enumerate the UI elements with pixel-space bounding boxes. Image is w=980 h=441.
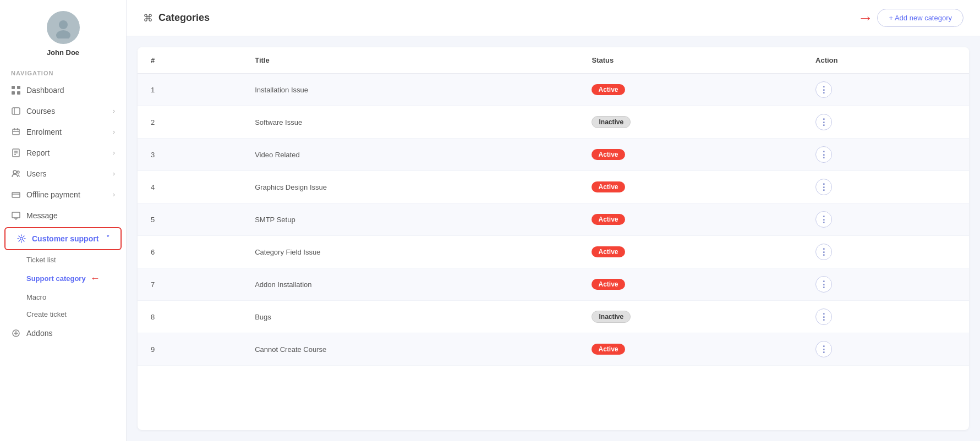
payment-icon — [11, 190, 21, 200]
cell-title: Category Field Issue — [242, 236, 578, 268]
grid-icon — [11, 85, 21, 95]
sidebar-sub-create-ticket[interactable]: Create ticket — [0, 306, 126, 323]
svg-rect-20 — [12, 212, 20, 218]
action-menu-button[interactable]: ⋮ — [815, 114, 832, 130]
col-number: # — [138, 47, 242, 74]
svg-point-17 — [17, 171, 19, 173]
svg-rect-18 — [12, 192, 20, 197]
cell-status: Inactive — [578, 301, 802, 333]
report-icon — [11, 148, 21, 158]
cell-title: Software Issue — [242, 106, 578, 139]
header-left: ⌘ Categories — [143, 12, 210, 24]
status-badge: Inactive — [592, 311, 631, 323]
sidebar-item-enrolment[interactable]: Enrolment › — [0, 122, 126, 142]
cell-action: ⋮ — [802, 171, 969, 203]
cell-action: ⋮ — [802, 139, 969, 171]
sidebar-item-label: Dashboard — [26, 86, 64, 95]
sidebar-item-dashboard[interactable]: Dashboard — [0, 80, 126, 101]
nav-label: NAVIGATION — [0, 67, 126, 80]
chevron-right-icon: › — [113, 149, 115, 157]
cell-title: Graphics Design Issue — [242, 171, 578, 203]
sidebar-item-label: Addons — [26, 329, 52, 338]
table-row: 6Category Field IssueActive⋮ — [138, 236, 969, 268]
action-menu-button[interactable]: ⋮ — [815, 341, 832, 357]
cell-status: Active — [578, 268, 802, 301]
cell-number: 3 — [138, 139, 242, 171]
chevron-right-icon: › — [113, 191, 115, 199]
svg-point-1 — [56, 30, 70, 38]
status-badge: Active — [592, 149, 625, 160]
svg-rect-3 — [17, 86, 20, 89]
cell-title: Cannot Create Course — [242, 333, 578, 366]
sidebar-item-users[interactable]: Users › — [0, 163, 126, 184]
user-avatar-icon — [52, 16, 74, 38]
action-menu-button[interactable]: ⋮ — [815, 308, 832, 325]
svg-rect-5 — [17, 91, 20, 95]
action-menu-button[interactable]: ⋮ — [815, 146, 832, 163]
categories-table: # Title Status Action 1Installation Issu… — [138, 47, 969, 366]
chevron-right-icon: › — [113, 107, 115, 115]
action-menu-button[interactable]: ⋮ — [815, 276, 832, 293]
cell-title: Bugs — [242, 301, 578, 333]
add-new-category-button[interactable]: + Add new category — [877, 9, 963, 27]
cell-title: Addon Installation — [242, 268, 578, 301]
sidebar-sub-menu: Ticket list Support category ← Macro Cre… — [0, 251, 126, 323]
cell-number: 1 — [138, 74, 242, 106]
cell-number: 9 — [138, 333, 242, 366]
table-header-row: # Title Status Action — [138, 47, 969, 74]
table-row: 5SMTP SetupActive⋮ — [138, 203, 969, 236]
cell-action: ⋮ — [802, 333, 969, 366]
action-menu-button[interactable]: ⋮ — [815, 81, 832, 98]
status-badge: Active — [592, 181, 625, 192]
cell-number: 2 — [138, 106, 242, 139]
cell-title: Installation Issue — [242, 74, 578, 106]
action-menu-button[interactable]: ⋮ — [815, 211, 832, 228]
cell-status: Active — [578, 139, 802, 171]
svg-rect-2 — [12, 86, 15, 89]
status-badge: Active — [592, 246, 625, 257]
chevron-right-icon: › — [113, 128, 115, 136]
chevron-right-icon: › — [113, 170, 115, 178]
status-badge: Active — [592, 84, 625, 95]
cell-status: Inactive — [578, 106, 802, 139]
sidebar-item-offline-payment[interactable]: Offline payment › — [0, 184, 126, 205]
categories-table-container: # Title Status Action 1Installation Issu… — [138, 47, 969, 430]
sidebar-sub-macro[interactable]: Macro — [0, 289, 126, 306]
sidebar-item-label: Customer support — [32, 234, 98, 243]
gear-icon — [17, 234, 26, 244]
sidebar-item-label: Offline payment — [26, 190, 80, 199]
addons-icon — [11, 328, 21, 338]
cell-number: 7 — [138, 268, 242, 301]
cell-number: 8 — [138, 301, 242, 333]
sidebar-item-report[interactable]: Report › — [0, 142, 126, 163]
table-row: 9Cannot Create CourseActive⋮ — [138, 333, 969, 366]
sidebar-item-label: Message — [26, 211, 58, 220]
chevron-down-icon: ˅ — [106, 235, 110, 242]
cell-status: Active — [578, 333, 802, 366]
cell-status: Active — [578, 74, 802, 106]
sidebar-item-courses[interactable]: Courses › — [0, 101, 126, 122]
cell-title: Video Related — [242, 139, 578, 171]
table-row: 3Video RelatedActive⋮ — [138, 139, 969, 171]
cell-number: 4 — [138, 171, 242, 203]
add-button-area: → + Add new category — [857, 9, 963, 27]
cell-status: Active — [578, 203, 802, 236]
sidebar-item-message[interactable]: Message — [0, 205, 126, 226]
cell-action: ⋮ — [802, 74, 969, 106]
svg-rect-8 — [13, 129, 19, 135]
cell-action: ⋮ — [802, 203, 969, 236]
sidebar-item-addons[interactable]: Addons — [0, 323, 126, 344]
table-body: 1Installation IssueActive⋮2Software Issu… — [138, 74, 969, 366]
message-icon — [11, 211, 21, 220]
table-row: 7Addon InstallationActive⋮ — [138, 268, 969, 301]
sidebar-item-customer-support[interactable]: Customer support ˅ — [4, 227, 122, 250]
red-arrow-icon: → — [857, 10, 873, 26]
table-row: 4Graphics Design IssueActive⋮ — [138, 171, 969, 203]
action-menu-button[interactable]: ⋮ — [815, 179, 832, 195]
sidebar-sub-ticket-list[interactable]: Ticket list — [0, 251, 126, 268]
sidebar-sub-support-category[interactable]: Support category ← — [0, 268, 126, 289]
cell-action: ⋮ — [802, 301, 969, 333]
cell-number: 5 — [138, 203, 242, 236]
sidebar-item-label: Report — [26, 148, 50, 157]
action-menu-button[interactable]: ⋮ — [815, 244, 832, 260]
